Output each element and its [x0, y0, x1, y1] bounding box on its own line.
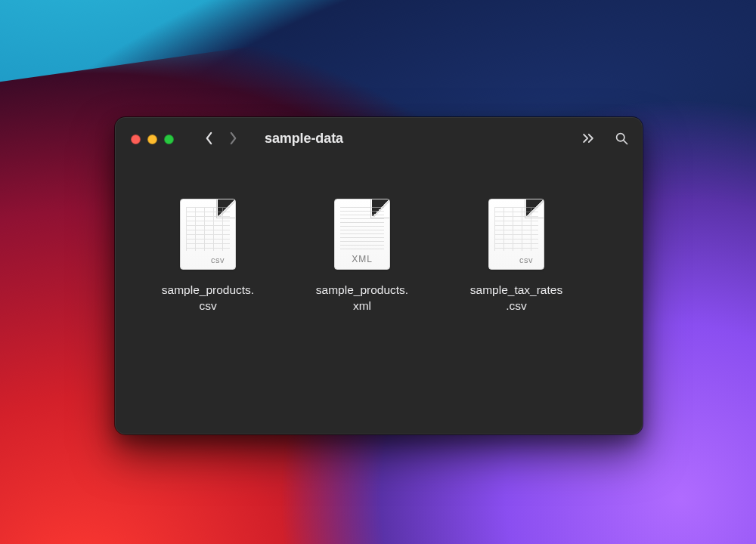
file-icon: XML — [328, 195, 396, 274]
chevron-right-icon — [229, 131, 237, 145]
toolbar-overflow-button[interactable] — [580, 130, 596, 147]
navigation-arrows — [204, 131, 237, 145]
chevron-left-icon — [205, 131, 213, 145]
file-name-label: sample_tax_rates.csv — [448, 283, 584, 314]
back-button[interactable] — [204, 131, 213, 145]
minimize-button[interactable] — [147, 134, 157, 144]
file-type-badge: csv — [181, 255, 235, 264]
window-controls — [131, 133, 174, 144]
file-icon: csv — [174, 195, 242, 274]
window-title: sample-data — [265, 131, 343, 147]
search-button[interactable] — [613, 130, 630, 147]
finder-window[interactable]: sample-data csv — [115, 117, 643, 434]
file-item[interactable]: csv sample_tax_rates.csv — [439, 195, 593, 314]
file-type-badge: csv — [489, 255, 544, 264]
file-item[interactable]: csv sample_products.csv — [131, 195, 285, 314]
file-name-label: sample_products.csv — [140, 283, 276, 314]
file-name-label: sample_products.xml — [294, 283, 430, 314]
chevron-double-right-icon — [581, 131, 596, 146]
forward-button[interactable] — [228, 131, 237, 145]
close-button[interactable] — [131, 134, 141, 144]
file-item[interactable]: XML sample_products.xml — [285, 195, 439, 314]
zoom-button[interactable] — [164, 134, 174, 144]
file-icon-grid[interactable]: csv sample_products.csv XML sample_produ… — [116, 159, 642, 322]
search-icon — [614, 131, 629, 146]
file-icon: csv — [482, 195, 550, 274]
window-titlebar[interactable]: sample-data — [116, 118, 642, 159]
file-type-badge: XML — [335, 254, 389, 264]
